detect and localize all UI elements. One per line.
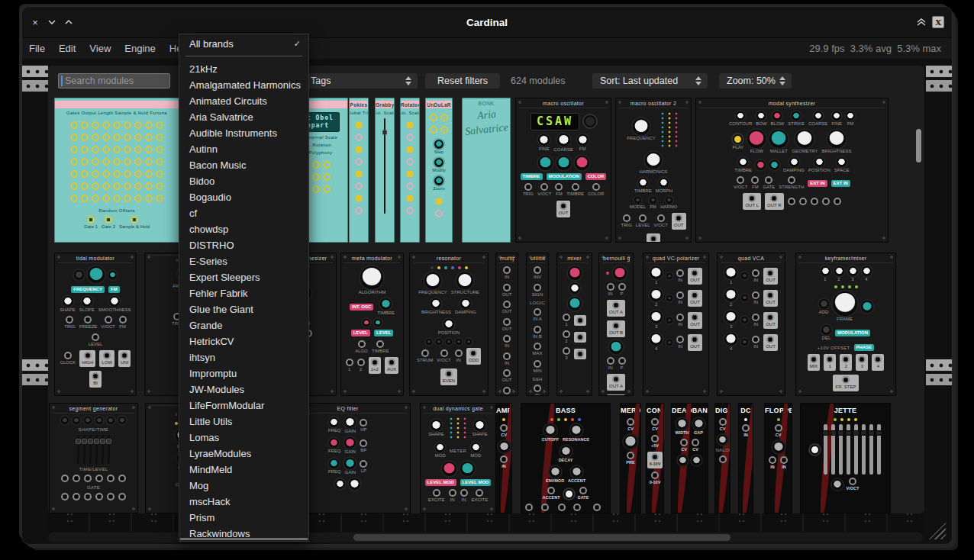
module-jette[interactable]: JETTEV/OCT — [800, 403, 891, 513]
brand-menu-item[interactable]: Grande — [179, 317, 308, 333]
jack-label: V/OCT — [654, 223, 668, 228]
brand-menu-item[interactable]: Bacon Music — [179, 157, 308, 173]
sort-select[interactable]: Sort: Last updated — [592, 73, 708, 89]
brand-menu-item[interactable]: Animated Circuits — [179, 93, 308, 109]
module-deadband[interactable]: DEADBANDWIDTHGAPCVCV — [671, 403, 708, 513]
module-bass[interactable]: BASSCUTOFFRESONANCEDECAYENVMODACCENTACCE… — [521, 403, 611, 513]
module-pokies[interactable]: PokiesGlobal Trig — [349, 98, 369, 243]
menu-file[interactable]: File — [22, 38, 52, 60]
panel-text: BONK — [478, 101, 494, 106]
brand-menu-item[interactable]: JW-Modules — [179, 381, 308, 397]
module-unnamed[interactable]: Gates Output Length Sample & Hold Fortun… — [54, 98, 179, 243]
module-meta-modulator[interactable]: meta modulatorALGORITHMINT. OSCTIMBRELEV… — [340, 253, 404, 396]
module-dual-dynamics-gate[interactable]: dual dynamics gateSHAPESHAPEMODMETERMODL… — [420, 403, 496, 513]
brand-menu-item[interactable]: chowdsp — [179, 221, 308, 237]
knob-label: 3 — [851, 277, 853, 282]
resize-grip-icon[interactable] — [929, 523, 946, 539]
brand-menu-item[interactable]: LyraeModules — [179, 446, 308, 462]
brand-menu-item[interactable]: HetrickCV — [179, 333, 308, 349]
brand-menu-item[interactable]: MindMeld — [179, 462, 308, 478]
brand-menu-item[interactable]: Autinn — [179, 141, 308, 157]
module-multiples[interactable]: multiplesINOUTOUTOUTININOUTOUTINOUT — [495, 253, 518, 396]
brand-menu-item[interactable]: Bogaudio — [179, 189, 308, 205]
module-quad-vca[interactable]: quad VCA1INOUT2INOUT3INOUT4INOUT — [717, 253, 785, 396]
module-mixer[interactable]: mixer123 — [556, 253, 592, 396]
brand-menu-item[interactable]: DISTRHO — [179, 237, 308, 253]
module-amp[interactable]: AMPCVIN — [495, 403, 512, 513]
module-digi[interactable]: DIGICVANALOG — [714, 403, 730, 513]
knob: COARSE — [553, 134, 572, 153]
knob: MOD — [435, 443, 446, 459]
brand-menu-item[interactable]: Impromptu — [179, 365, 308, 381]
module-unnamed[interactable]: BONKAriaSalvatrice — [462, 98, 511, 243]
brand-menu-item[interactable]: Expert Sleepers — [179, 269, 308, 285]
module-flopper[interactable]: FLOPPERCVININ — [764, 403, 792, 513]
module-title: macro oscillator — [519, 98, 608, 108]
module-resonator[interactable]: resonatorFREQUENCYSTRUCTUREBRIGHTNESSDAM… — [409, 253, 489, 396]
brand-menu-item[interactable]: Fehler Fabrik — [179, 285, 308, 301]
module-macro-oscillator-2[interactable]: macro oscillator 2FREQUENCYHARMONICSTIMB… — [615, 98, 692, 243]
module-modal-synthesizer[interactable]: modal synthesizerCONTOURBOWBLOWSTRIKECOA… — [695, 98, 889, 243]
brand-menu-item[interactable]: Amalgamated Harmonics — [179, 77, 308, 93]
jack: CV — [680, 439, 688, 452]
jack — [834, 198, 841, 205]
jack: IN — [752, 314, 760, 327]
module-macro-oscillator[interactable]: macro oscillatorCSAWFINECOARSEFMTIMBREMO… — [515, 98, 611, 243]
module-mera[interactable]: MERACVPRE — [620, 403, 641, 513]
menu-edit[interactable]: Edit — [52, 38, 82, 60]
module-title: tidal modulator — [58, 253, 133, 263]
search-input[interactable] — [58, 73, 170, 89]
jack-label: IN — [450, 497, 455, 503]
jack: IN — [534, 385, 541, 396]
vertical-scrollbar-handle[interactable] — [916, 129, 921, 163]
slider — [854, 424, 858, 475]
brand-menu-item[interactable]: Little Utils — [179, 414, 308, 430]
menu-engine[interactable]: Engine — [118, 38, 162, 60]
zoom-select[interactable]: Zoom: 50% — [719, 73, 792, 89]
knob — [436, 339, 442, 345]
module-undular[interactable]: UnDuLaRStepModifyZoom — [425, 98, 453, 243]
knob-label: SLOPE — [79, 307, 95, 313]
module-keyframer-mixer[interactable]: keyframer/mixer1234ADDFRAMEDELMODULATION… — [795, 253, 896, 396]
collapse-icon[interactable] — [917, 18, 926, 26]
module-quad-vc-polarizer[interactable]: quad VC-polarizer1INOUT2INOUT3INOUT4INOU… — [643, 253, 709, 396]
brand-menu-item[interactable]: Lomas — [179, 430, 308, 446]
jack-label: IN — [462, 497, 466, 503]
brand-menu-item[interactable]: cf — [179, 205, 308, 221]
menu-view[interactable]: View — [82, 38, 118, 60]
brand-menu-item[interactable]: Audible Instruments — [179, 125, 308, 141]
jack-label: +5V — [651, 443, 659, 449]
jack: 1 — [346, 359, 353, 372]
jack: OUT — [672, 213, 686, 230]
module-segment-generator[interactable]: segment generatorSHAPE/TIMETIME/LEVELGAT… — [49, 403, 138, 513]
module-grabby[interactable]: GrabbyExt. Scale — [375, 98, 395, 243]
jack: PRE — [626, 452, 634, 465]
jack: OUT B — [607, 320, 625, 337]
brand-menu-item[interactable]: 21kHz — [179, 61, 308, 77]
module-title: meta modulator — [344, 253, 400, 263]
knob: Modify — [432, 158, 446, 173]
brand-menu-item[interactable]: Prism — [179, 510, 308, 526]
reset-filters-button[interactable]: Reset filters — [425, 73, 500, 89]
knob: FM — [577, 134, 589, 152]
led — [578, 418, 581, 421]
module-utilities[interactable]: utilitiesINVSIGNLOGICIN AIN BMAXMINS&HIN… — [526, 253, 549, 396]
brand-menu-item[interactable]: Mog — [179, 478, 308, 494]
brand-menu-item-all[interactable]: All brands ✓ — [179, 34, 308, 53]
module-conv[interactable]: CONVCV+5V0-10V0-10V — [646, 403, 664, 513]
brand-menu-item[interactable]: Glue the Giant — [179, 301, 308, 317]
knob-label: 4 — [655, 346, 657, 352]
module-rotatoes[interactable]: RotatoesExt. Scale — [400, 98, 420, 243]
brand-menu-item[interactable]: Aria Salvatrice — [179, 109, 308, 125]
horizontal-scrollbar-handle[interactable] — [353, 534, 730, 541]
jack-label: COLOR — [588, 191, 604, 197]
brand-menu-item[interactable]: mscHack — [179, 494, 308, 510]
module-bernoulli-gate[interactable]: bernoulli gateINPOUT AOUT BINPOUT AOUT B — [598, 253, 634, 396]
knob: SMOOTHNESS — [98, 296, 131, 313]
brand-menu-item[interactable]: LifeFormModular — [179, 397, 308, 414]
brand-menu-item[interactable]: Bidoo — [179, 173, 308, 189]
brand-menu-item[interactable]: E-Series — [179, 253, 308, 269]
module-dc[interactable]: DCIN — [738, 403, 753, 513]
module-tidal-modulator[interactable]: tidal modulatorFREQUENCYFMSHAPESLOPESMOO… — [54, 253, 137, 396]
brand-menu-item[interactable]: ihtsyn — [179, 349, 308, 365]
